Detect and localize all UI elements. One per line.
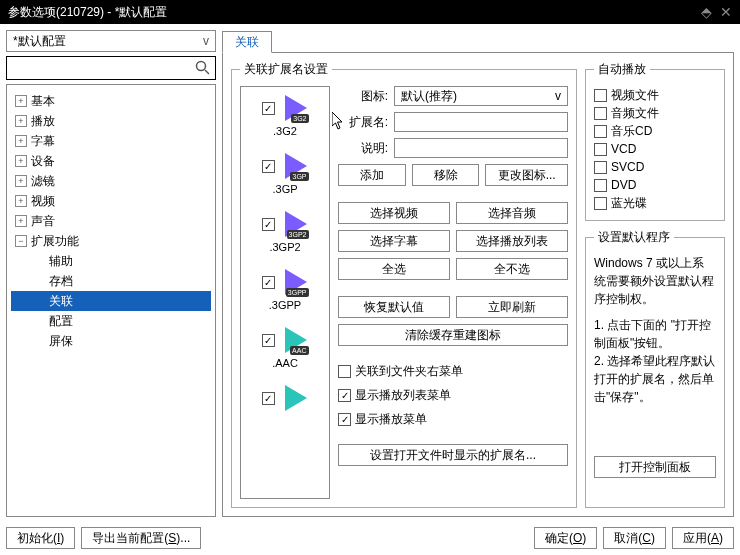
autoplay-checkbox[interactable]: 音频文件 [594,104,716,122]
extension-input[interactable] [394,112,568,132]
autoplay-checkbox[interactable]: SVCD [594,158,716,176]
export-config-button[interactable]: 导出当前配置(S)... [81,527,201,549]
tree-item[interactable]: +声音 [11,211,211,231]
search-input[interactable] [11,58,195,78]
checkbox-icon[interactable] [262,160,275,173]
set-ext-display-button[interactable]: 设置打开文件时显示的扩展名... [338,444,568,466]
chevron-down-icon: v [555,89,561,103]
extension-item[interactable]: 3GPP.3GPP [262,267,309,311]
config-select[interactable]: *默认配置 v [6,30,216,52]
tree-item[interactable]: +字幕 [11,131,211,151]
search-box[interactable] [6,56,216,80]
pin-icon[interactable]: ⬘ [701,4,712,20]
apply-button[interactable]: 应用(A) [672,527,734,549]
tree-item-label: 基本 [31,93,55,110]
ext-legend: 关联扩展名设置 [240,61,332,78]
autoplay-label: 视频文件 [611,87,659,104]
tree-toggle-icon[interactable]: + [15,135,27,147]
tree-item-label: 滤镜 [31,173,55,190]
tree-toggle-icon[interactable]: − [15,235,27,247]
restore-default-button[interactable]: 恢复默认值 [338,296,450,318]
select-audio-button[interactable]: 选择音频 [456,202,568,224]
close-icon[interactable]: ✕ [720,4,732,20]
window-title: 参数选项(210729) - *默认配置 [8,4,701,21]
checkbox-icon[interactable] [262,218,275,231]
tabs: 关联 [222,30,734,52]
settings-tree: +基本+播放+字幕+设备+滤镜+视频+声音−扩展功能+辅助+存档+关联+配置+屏… [6,84,216,517]
checkbox-icon [338,365,351,378]
play-icon: 3GP [279,151,309,181]
chevron-down-icon: v [203,34,209,48]
defprog-text1: Windows 7 或以上系统需要额外设置默认程序控制权。 [594,254,716,308]
autoplay-checkbox[interactable]: VCD [594,140,716,158]
clear-cache-button[interactable]: 清除缓存重建图标 [338,324,568,346]
checkbox-icon [594,197,607,210]
show-playlist-menu-checkbox[interactable]: 显示播放列表菜单 [338,386,568,404]
checkbox-icon[interactable] [262,102,275,115]
tree-item[interactable]: +播放 [11,111,211,131]
remove-button[interactable]: 移除 [412,164,480,186]
checkbox-icon[interactable] [262,334,275,347]
checkbox-icon [338,413,351,426]
tree-toggle-icon[interactable]: + [15,155,27,167]
init-button[interactable]: 初始化(I) [6,527,75,549]
play-icon: 3GP2 [279,209,309,239]
tree-item[interactable]: +视频 [11,191,211,211]
tree-item[interactable]: +屏保 [11,331,211,351]
open-control-panel-button[interactable]: 打开控制面板 [594,456,716,478]
tree-item[interactable]: +存档 [11,271,211,291]
extension-item[interactable]: 3GP2.3GP2 [262,209,309,253]
icon-select[interactable]: 默认(推荐) v [394,86,568,106]
tree-item[interactable]: +滤镜 [11,171,211,191]
autoplay-label: 音乐CD [611,123,652,140]
tree-item-label: 关联 [49,293,73,310]
tree-item[interactable]: +关联 [11,291,211,311]
extension-list[interactable]: 3G2.3G23GP.3GP3GP2.3GP23GPP.3GPPAAC.AAC [240,86,330,499]
tree-item[interactable]: −扩展功能 [11,231,211,251]
cancel-button[interactable]: 取消(C) [603,527,666,549]
search-icon[interactable] [195,60,211,76]
tree-item-label: 视频 [31,193,55,210]
tree-item[interactable]: +辅助 [11,251,211,271]
extension-item[interactable]: 3GP.3GP [262,151,309,195]
tree-toggle-icon[interactable]: + [15,215,27,227]
select-playlist-button[interactable]: 选择播放列表 [456,230,568,252]
desc-label: 说明: [338,140,388,157]
select-none-button[interactable]: 全不选 [456,258,568,280]
description-input[interactable] [394,138,568,158]
select-all-button[interactable]: 全选 [338,258,450,280]
tree-item-label: 配置 [49,313,73,330]
tree-toggle-icon[interactable]: + [15,175,27,187]
checkbox-icon[interactable] [262,392,275,405]
context-menu-checkbox[interactable]: 关联到文件夹右菜单 [338,362,568,380]
tree-item[interactable]: +设备 [11,151,211,171]
autoplay-checkbox[interactable]: 音乐CD [594,122,716,140]
autoplay-label: SVCD [611,160,644,174]
tree-toggle-icon[interactable]: + [15,195,27,207]
svg-line-1 [205,70,209,74]
add-button[interactable]: 添加 [338,164,406,186]
titlebar: 参数选项(210729) - *默认配置 ⬘ ✕ [0,0,740,24]
select-subtitle-button[interactable]: 选择字幕 [338,230,450,252]
tree-toggle-icon[interactable]: + [15,95,27,107]
tree-item[interactable]: +基本 [11,91,211,111]
autoplay-checkbox[interactable]: 蓝光碟 [594,194,716,212]
show-play-menu-checkbox[interactable]: 显示播放菜单 [338,410,568,428]
ok-button[interactable]: 确定(O) [534,527,597,549]
refresh-button[interactable]: 立即刷新 [456,296,568,318]
tree-item-label: 声音 [31,213,55,230]
select-video-button[interactable]: 选择视频 [338,202,450,224]
tree-toggle-icon[interactable]: + [15,115,27,127]
ext-label: .3GP2 [269,241,300,253]
defprog-text2: 1. 点击下面的 "打开控制面板"按钮。 [594,316,716,352]
autoplay-checkbox[interactable]: 视频文件 [594,86,716,104]
extension-item[interactable]: AAC.AAC [262,325,309,369]
change-icon-button[interactable]: 更改图标... [485,164,568,186]
autoplay-checkbox[interactable]: DVD [594,176,716,194]
extension-item[interactable]: 3G2.3G2 [262,93,309,137]
play-icon [279,383,309,413]
tab-association[interactable]: 关联 [222,31,272,53]
checkbox-icon [594,179,607,192]
checkbox-icon[interactable] [262,276,275,289]
tree-item[interactable]: +配置 [11,311,211,331]
